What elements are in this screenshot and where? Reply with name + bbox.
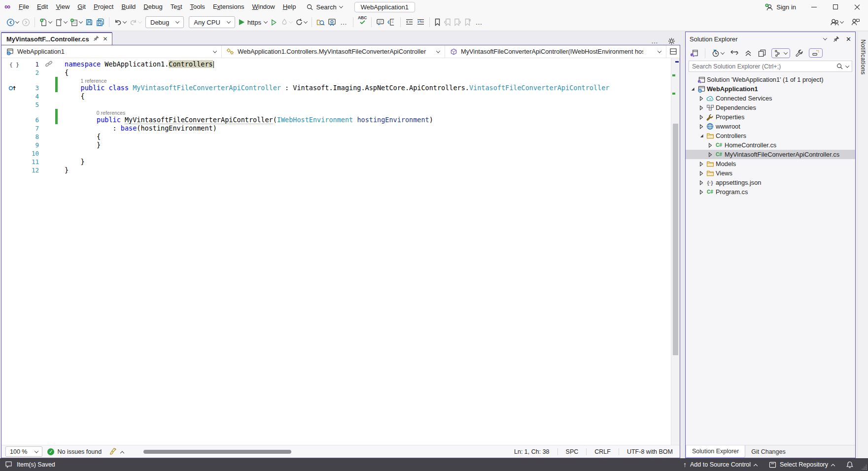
expand-arrow-icon[interactable] [697,171,705,176]
tree-item-connected-services[interactable]: Connected Services [686,94,855,103]
menu-test[interactable]: Test [167,0,186,14]
pin-icon[interactable] [93,35,99,43]
expand-arrow-icon[interactable] [706,152,714,157]
code-cleanup-button[interactable] [109,448,124,455]
expand-arrow-icon[interactable] [697,190,705,195]
menu-git[interactable]: Git [73,0,90,14]
save-button[interactable] [84,16,95,29]
performance-profiler-button[interactable] [279,16,294,29]
tool-tab-solution-explorer[interactable]: Solution Explorer [686,445,745,458]
code-lens-references[interactable]: 0 references [97,110,125,116]
tree-item-webapplication1[interactable]: WebApplication1 [686,84,855,94]
expand-arrow-icon[interactable] [697,96,705,101]
menu-file[interactable]: File [15,0,33,14]
code-line-9[interactable]: 9 } [1,141,671,149]
select-repository-button[interactable]: Select Repository [765,458,838,471]
live-share-button[interactable] [829,16,845,29]
notifications-bell-button[interactable] [842,458,857,471]
tree-item-models[interactable]: Models [686,159,855,168]
tree-item-myvintasoftfileconverterapicontroller-cs[interactable]: C#MyVintasoftFileConverterApiController.… [686,150,855,159]
expand-arrow-icon[interactable] [697,124,705,129]
redo-button[interactable] [128,16,143,29]
maximize-button[interactable] [825,0,846,14]
code-line-12[interactable]: 12} [1,166,671,174]
tree-item-appsettings-json[interactable]: {·}appsettings.json [686,178,855,187]
tab-close-icon[interactable]: ✕ [103,35,108,42]
toggle-bookmark-button[interactable] [433,16,442,29]
notifications-side-tab[interactable]: Notifications [858,32,868,458]
minimize-button[interactable] [803,0,825,14]
expand-arrow-icon[interactable] [697,105,705,110]
zoom-dropdown[interactable]: 100 % [5,446,42,457]
code-lens-references[interactable]: 1 reference [80,78,106,84]
spell-checker-button[interactable]: ABC [356,16,368,29]
tool-tab-git-changes[interactable]: Git Changes [745,445,791,458]
editor-tab-active[interactable]: MyVintasoftF...Controller.cs ✕ [1,32,112,45]
line-ending-mode[interactable]: CRLF [591,448,614,455]
search-solution-explorer-input[interactable] [692,63,833,70]
menu-edit[interactable]: Edit [33,0,52,14]
pin-icon[interactable] [833,36,839,42]
refresh-button[interactable] [294,16,309,29]
sign-in-button[interactable]: Sign in [758,3,803,11]
code-editor[interactable]: { ̇}1namespace WebApplication1.Controlle… [1,58,680,445]
project-dropdown[interactable]: WebApplication1 [1,45,222,58]
health-indicator[interactable]: ✓ No issues found [47,448,102,455]
tree-item-program-cs[interactable]: C#Program.cs [686,187,855,197]
new-file-button[interactable] [38,16,53,29]
expand-arrow-icon[interactable] [697,162,705,167]
caret-position[interactable]: Ln: 1, Ch: 38 [511,448,553,455]
expand-arrow-icon[interactable] [697,115,705,120]
add-new-item-button[interactable] [69,16,84,29]
menu-tools[interactable]: Tools [186,0,209,14]
comment-lines-button[interactable] [386,16,397,29]
menu-window[interactable]: Window [248,0,278,14]
window-position-chevron-icon[interactable] [823,36,827,40]
increase-indent-button[interactable]: 2 [415,16,426,29]
code-line-5[interactable]: 5 [1,101,671,109]
code-line-7[interactable]: 7 : base(hostingEnvironment) [1,124,671,133]
previous-bookmark-button[interactable] [442,16,452,29]
properties-button[interactable] [795,48,804,58]
tree-item-controllers[interactable]: Controllers [686,131,855,140]
scrollbar-thumb[interactable] [143,450,291,454]
undo-button[interactable] [112,16,128,29]
document-list-button[interactable]: … [649,37,661,45]
toggle-comment-button[interactable] [375,16,386,29]
solution-configuration-dropdown[interactable]: Debug [145,16,184,28]
collapse-arrow-icon[interactable] [689,87,696,91]
send-feedback-button[interactable] [850,16,861,29]
code-line-1[interactable]: { ̇}1namespace WebApplication1.Controlle… [1,60,671,68]
code-line-3[interactable]: 3 public class MyVintasoftFileConverterA… [1,84,671,92]
scrollbar-thumb[interactable] [673,124,678,355]
sync-selection-button[interactable] [729,49,739,57]
code-structure-icon[interactable]: { ̇} [9,61,19,69]
open-file-button[interactable] [53,16,69,29]
code-line-4[interactable]: 4 { [1,92,671,101]
menu-extensions[interactable]: Extensions [209,0,248,14]
pending-changes-filter-button[interactable] [711,48,725,58]
solution-explorer-search[interactable] [689,61,852,72]
track-active-item-button[interactable] [771,48,790,58]
decrease-indent-button[interactable] [404,16,415,29]
code-line-11[interactable]: 11 } [1,158,671,166]
find-in-files-button[interactable] [315,16,326,29]
type-dropdown[interactable]: WebApplication1.Controllers.MyVintasoftF… [222,45,445,58]
editor-settings-gear-icon[interactable] [668,37,675,45]
menu-view[interactable]: View [52,0,73,14]
tree-item-solution-webapplication1-1-of-1-project[interactable]: Solution 'WebApplication1' (1 of 1 proje… [686,75,855,84]
next-bookmark-button[interactable] [452,16,463,29]
tree-item-properties[interactable]: Properties [686,112,855,122]
close-button[interactable] [846,0,868,14]
clear-bookmarks-button[interactable] [463,16,473,29]
collapse-all-button[interactable] [744,48,753,58]
navigate-backward-button[interactable] [5,16,20,29]
split-window-button[interactable] [666,45,680,58]
vertical-scrollbar[interactable] [671,58,680,445]
file-encoding[interactable]: UTF-8 with BOM [624,448,676,455]
toolbar-overflow-button-2[interactable]: … [473,18,485,26]
preview-selected-items-button[interactable] [809,48,823,58]
code-line-2[interactable]: 2{ [1,68,671,77]
save-all-button[interactable] [95,16,106,29]
menu-build[interactable]: Build [117,0,139,14]
